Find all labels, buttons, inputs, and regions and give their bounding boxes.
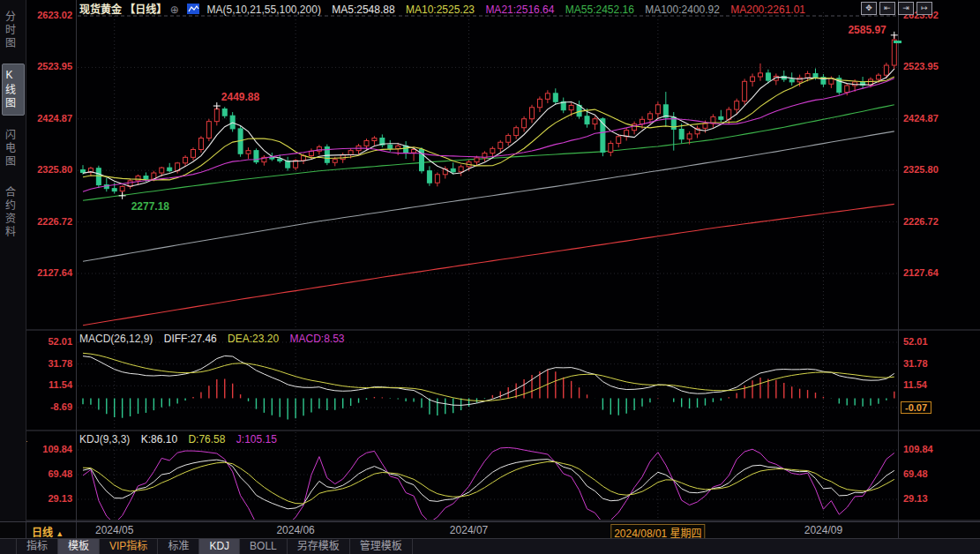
ma200-value: MA200:2261.01 bbox=[730, 4, 805, 16]
ma5-value: MA5:2548.88 bbox=[332, 4, 394, 16]
price-axis-label: 2127.64 bbox=[903, 267, 939, 278]
macd-hist-value: MACD:8.53 bbox=[289, 333, 344, 345]
date-axis-label: 2024/06 bbox=[276, 524, 314, 536]
ma-params-label: MA(5,10,21,55,100,200) bbox=[206, 4, 320, 16]
toolbar-item[interactable]: KDJ bbox=[198, 539, 239, 554]
ma10-value: MA10:2525.23 bbox=[406, 4, 475, 16]
price-axis-label: 2523.95 bbox=[903, 61, 939, 71]
price-axis-label: 29.13 bbox=[903, 493, 928, 504]
price-axis-label: 11.54 bbox=[26, 379, 72, 390]
sidebar-tab[interactable]: 合约资料 bbox=[3, 182, 24, 243]
price-axis-label: 2325.80 bbox=[903, 164, 939, 175]
period-selector[interactable]: 日线 ▲ bbox=[32, 524, 64, 539]
toolbar-item[interactable]: VIP指标 bbox=[99, 539, 157, 554]
pan-right-icon[interactable]: ⇥ bbox=[898, 2, 914, 15]
macd-dea-value: DEA:23.20 bbox=[228, 333, 279, 345]
price-axis-label: 2424.87 bbox=[26, 113, 72, 124]
kdj-j-value: J:105.15 bbox=[236, 433, 277, 445]
toolbar-item[interactable]: BOLL bbox=[239, 539, 287, 554]
kdj-legend: KDJ(9,3,3) K:86.10 D:76.58 J:105.15 bbox=[79, 433, 285, 445]
price-axis-label: 109.84 bbox=[903, 444, 933, 454]
price-axis-label: -8.69 bbox=[26, 401, 72, 412]
price-axis-label: 69.48 bbox=[903, 468, 928, 479]
date-axis-label: 2024/07 bbox=[450, 524, 488, 536]
date-axis: 日线 ▲ 2024/052024/062024/072024/08/01 星期四… bbox=[0, 521, 980, 539]
chart-type-sidebar: 分时图K线图闪电图合约资料 bbox=[0, 0, 26, 554]
period-selector-label: 日线 bbox=[32, 527, 53, 539]
ma100-value: MA100:2400.92 bbox=[645, 4, 720, 16]
price-axis-label: 52.01 bbox=[903, 336, 928, 347]
price-axis-label: 2226.72 bbox=[26, 216, 72, 227]
price-annotation: 2449.88 bbox=[221, 91, 260, 103]
price-axis-label: 11.54 bbox=[903, 379, 927, 390]
expand-icon[interactable]: ⊕ bbox=[170, 4, 179, 16]
sidebar-tab[interactable]: 闪电图 bbox=[3, 124, 24, 173]
price-axis-label: 2424.87 bbox=[903, 113, 939, 124]
ma55-value: MA55:2452.16 bbox=[565, 4, 634, 16]
macd-current-value-tag: -0.07 bbox=[901, 401, 931, 414]
price-axis-label: 2325.80 bbox=[26, 164, 72, 175]
chart-style-icon[interactable] bbox=[187, 4, 199, 17]
price-axis-label: 31.78 bbox=[26, 358, 72, 369]
toolbar-item[interactable]: 模板 bbox=[57, 539, 99, 554]
template-toolbar: 指标模板VIP指标标准KDJBOLL另存模板管理模板 bbox=[0, 538, 980, 554]
sidebar-tab[interactable]: K线图 bbox=[2, 64, 25, 116]
crosshair-layout-icon[interactable]: ✥ bbox=[861, 2, 877, 15]
sidebar-tab[interactable]: 分时图 bbox=[3, 6, 24, 55]
date-axis-label: 2024/05 bbox=[95, 524, 133, 536]
toolbar-item[interactable]: 管理模板 bbox=[349, 539, 413, 554]
goto-latest-icon[interactable]: ↦ bbox=[916, 2, 932, 15]
symbol-name: 现货黄金 bbox=[79, 4, 122, 16]
price-axis-label: 2127.64 bbox=[26, 267, 72, 278]
price-annotation: 2585.97 bbox=[848, 24, 886, 36]
main-chart-legend: 现货黄金 【日线】 ⊕ MA(5,10,21,55,100,200) MA5:2… bbox=[79, 1, 813, 17]
kdj-params-label: KDJ(9,3,3) bbox=[79, 433, 130, 445]
chevron-up-icon: ▲ bbox=[56, 529, 64, 538]
date-axis-label: 2024/09 bbox=[804, 524, 842, 536]
price-axis-label: 2623.02 bbox=[26, 10, 72, 20]
price-axis-label: 31.78 bbox=[903, 358, 928, 369]
trading-app-window: 2449.882277.182585.97 分时图K线图闪电图合约资料 现货黄金… bbox=[0, 0, 980, 554]
toolbar-item[interactable]: 标准 bbox=[157, 539, 198, 554]
period-tag: 【日线】 bbox=[124, 4, 167, 16]
toolbar-item[interactable]: 另存模板 bbox=[287, 539, 349, 554]
price-axis-label: 52.01 bbox=[26, 336, 72, 347]
pan-left-icon[interactable]: ⇤ bbox=[879, 2, 895, 15]
price-axis-label: 69.48 bbox=[26, 468, 72, 479]
toolbar-item[interactable]: 指标 bbox=[16, 539, 57, 554]
price-axis-label: 2523.95 bbox=[26, 61, 72, 71]
price-annotation: 2277.18 bbox=[131, 200, 170, 213]
kdj-d-value: D:76.58 bbox=[188, 433, 225, 445]
price-axis-label: 109.84 bbox=[26, 444, 72, 454]
price-axis-label: 29.13 bbox=[26, 493, 72, 504]
macd-diff-value: DIFF:27.46 bbox=[164, 333, 217, 345]
kdj-k-value: K:86.10 bbox=[141, 433, 177, 445]
ma21-value: MA21:2516.64 bbox=[485, 4, 554, 16]
macd-legend: MACD(26,12,9) DIFF:27.46 DEA:23.20 MACD:… bbox=[79, 333, 353, 345]
chart-toolbar: ✥ ⇤ ⇥ ↦ bbox=[861, 2, 932, 15]
price-axis-label: 2226.72 bbox=[903, 216, 939, 227]
macd-params-label: MACD(26,12,9) bbox=[79, 333, 153, 345]
